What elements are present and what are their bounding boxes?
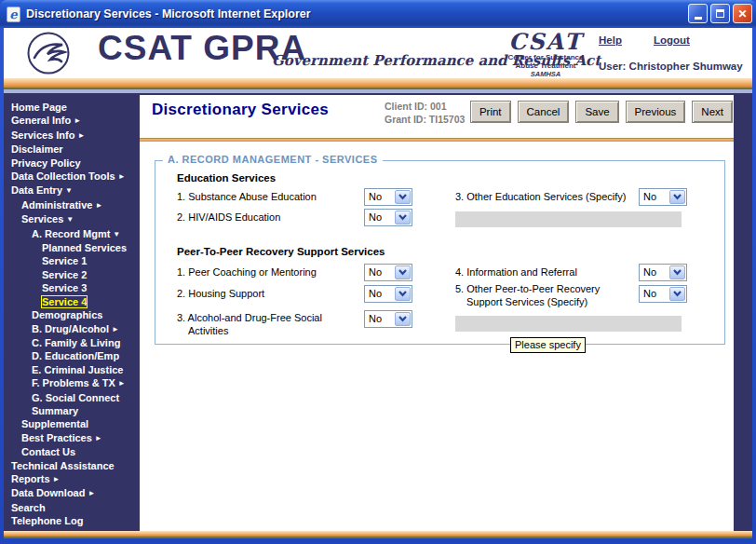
close-icon: ✕ bbox=[737, 8, 747, 20]
sidebar-item-demographics[interactable]: Demographics bbox=[4, 308, 140, 321]
sidebar-item-data-download[interactable]: Data Download► bbox=[4, 486, 140, 500]
dropdown-arrow-icon[interactable] bbox=[669, 265, 685, 279]
alcohol-drug-free-select[interactable]: No bbox=[364, 310, 412, 328]
titlebar: e Discretionary Services - Microsoft Int… bbox=[0, 0, 756, 28]
help-link[interactable]: Help bbox=[599, 34, 622, 46]
save-button[interactable]: Save bbox=[575, 101, 618, 123]
housing-support-select[interactable]: No bbox=[364, 285, 412, 303]
sidebar-item-label: Home Page bbox=[11, 102, 67, 113]
dropdown-arrow-icon[interactable] bbox=[395, 265, 411, 279]
select-value: No bbox=[369, 288, 382, 299]
sidebar-item-home-page[interactable]: Home Page bbox=[4, 101, 140, 114]
browser-viewport: CSAT GPRA Government Performance and Res… bbox=[4, 28, 752, 538]
cancel-button[interactable]: Cancel bbox=[518, 101, 570, 123]
logout-link[interactable]: Logout bbox=[654, 34, 690, 46]
client-id-label: Client ID: 001 bbox=[385, 100, 465, 113]
sidebar-item-label: Service 4 bbox=[42, 296, 87, 307]
sidebar-item-label: E. Criminal Justice bbox=[32, 364, 123, 375]
sidebar-item-telephone-log[interactable]: Telephone Log bbox=[4, 514, 140, 527]
sidebar-item-label: Demographics bbox=[32, 309, 102, 320]
sidebar-item-f-problems-tx[interactable]: F. Problems & TX► bbox=[4, 376, 140, 390]
other-education-specify-input bbox=[455, 211, 682, 227]
sidebar-item-e-criminal-justice[interactable]: E. Criminal Justice bbox=[4, 363, 140, 376]
expand-arrow-icon: ► bbox=[74, 116, 81, 125]
other-peer-recovery-select[interactable]: No bbox=[639, 285, 687, 303]
sidebar-item-technical-assistance[interactable]: Technical Assistance bbox=[4, 459, 140, 472]
record-management-fieldset: A. RECORD MANAGEMENT - SERVICES Educatio… bbox=[155, 160, 725, 345]
sidebar-item-label: Reports bbox=[11, 473, 50, 484]
dropdown-arrow-icon[interactable] bbox=[669, 190, 685, 204]
sidebar-item-privacy-policy[interactable]: Privacy Policy bbox=[4, 156, 140, 170]
collapse-arrow-icon: ▼ bbox=[113, 230, 120, 238]
next-button[interactable]: Next bbox=[692, 101, 733, 123]
sidebar-item-summary[interactable]: Summary bbox=[4, 404, 140, 417]
collapse-arrow-icon: ▼ bbox=[65, 186, 73, 195]
information-referral-select[interactable]: No bbox=[639, 264, 687, 281]
hiv-aids-education-select[interactable]: No bbox=[364, 209, 412, 226]
dropdown-arrow-icon[interactable] bbox=[669, 287, 685, 301]
dropdown-arrow-icon[interactable] bbox=[395, 190, 411, 204]
sidebar-item-general-info[interactable]: General Info► bbox=[4, 114, 140, 128]
sidebar-item-label: Privacy Policy bbox=[11, 157, 81, 169]
select-value: No bbox=[643, 288, 656, 299]
sidebar-item-search[interactable]: Search bbox=[4, 501, 140, 514]
sidebar-item-label: Services Info bbox=[11, 129, 74, 141]
other-peer-specify-input bbox=[455, 316, 682, 332]
expand-arrow-icon: ► bbox=[95, 434, 102, 442]
sidebar-item-label: A. Record Mgmt bbox=[32, 228, 110, 239]
sidebar-item-label: Telephone Log bbox=[11, 515, 83, 526]
dropdown-arrow-icon[interactable] bbox=[395, 312, 411, 326]
sidebar-item-contact-us[interactable]: Contact Us bbox=[4, 445, 140, 458]
sidebar-item-label: Disclaimer bbox=[11, 143, 63, 155]
substance-abuse-education-label: 1. Substance Abuse Education bbox=[177, 191, 317, 202]
sidebar-item-service-2[interactable]: Service 2 bbox=[4, 268, 140, 281]
sidebar-item-b-drug-alcohol[interactable]: B. Drug/Alcohol► bbox=[4, 322, 140, 336]
sidebar-item-supplemental[interactable]: Supplemental bbox=[4, 417, 140, 430]
previous-button[interactable]: Previous bbox=[626, 101, 686, 123]
toolbar: Print Cancel Save Previous Next bbox=[470, 101, 733, 123]
print-button[interactable]: Print bbox=[470, 101, 511, 123]
sidebar-item-disclaimer[interactable]: Disclaimer bbox=[4, 143, 140, 156]
sidebar-item-c-family-living[interactable]: C. Family & Living bbox=[4, 336, 140, 349]
sidebar-item-d-education-emp[interactable]: D. Education/Emp bbox=[4, 349, 140, 362]
sidebar-item-best-practices[interactable]: Best Practices► bbox=[4, 431, 140, 445]
sidebar-item-g-social-connect[interactable]: G. Social Connect bbox=[4, 391, 140, 404]
sidebar-item-data-entry[interactable]: Data Entry▼ bbox=[4, 184, 140, 197]
sidebar-item-label: B. Drug/Alcohol bbox=[32, 323, 109, 334]
sidebar-item-services-info[interactable]: Services Info► bbox=[4, 129, 140, 143]
close-button[interactable]: ✕ bbox=[733, 4, 752, 23]
select-value: No bbox=[643, 191, 656, 202]
csat-logo-title: CSAT bbox=[499, 31, 592, 53]
expand-arrow-icon: ► bbox=[112, 325, 119, 333]
hiv-aids-education-label: 2. HIV/AIDS Education bbox=[177, 211, 280, 223]
sidebar-item-administrative[interactable]: Administrative► bbox=[4, 198, 140, 212]
sidebar-item-label: Best Practices bbox=[21, 432, 92, 443]
sidebar-nav: Home PageGeneral Info►Services Info►Disc… bbox=[4, 95, 140, 531]
expand-arrow-icon: ► bbox=[118, 172, 126, 181]
sidebar-item-planned-services[interactable]: Planned Services bbox=[4, 241, 140, 254]
sidebar-item-service-4[interactable]: Service 4 bbox=[4, 295, 140, 308]
dropdown-arrow-icon[interactable] bbox=[395, 287, 411, 301]
sidebar-item-data-collection-tools[interactable]: Data Collection Tools► bbox=[4, 170, 140, 184]
maximize-button[interactable] bbox=[710, 4, 730, 23]
sidebar-item-label: Services bbox=[21, 213, 63, 224]
sidebar-item-a-record-mgmt[interactable]: A. Record Mgmt▼ bbox=[4, 227, 140, 241]
dropdown-arrow-icon[interactable] bbox=[395, 211, 411, 224]
sidebar-item-service-1[interactable]: Service 1 bbox=[4, 254, 140, 267]
please-specify-tooltip: Please specify bbox=[510, 337, 586, 353]
hhs-eagle-logo bbox=[26, 31, 71, 75]
right-navy-strip bbox=[734, 95, 752, 531]
substance-abuse-education-select[interactable]: No bbox=[364, 188, 412, 206]
peer-coaching-select[interactable]: No bbox=[364, 264, 412, 281]
minimize-button[interactable] bbox=[688, 4, 708, 23]
other-education-services-select[interactable]: No bbox=[639, 188, 687, 206]
sidebar-item-services[interactable]: Services▼ bbox=[4, 212, 140, 226]
minimize-icon bbox=[695, 17, 702, 20]
sidebar-item-service-3[interactable]: Service 3 bbox=[4, 281, 140, 294]
sidebar-item-label: Administrative bbox=[21, 199, 92, 211]
education-services-heading: Education Services bbox=[177, 172, 276, 184]
collapse-arrow-icon: ▼ bbox=[66, 215, 74, 224]
information-referral-label: 4. Information and Referral bbox=[455, 266, 577, 278]
sidebar-item-reports[interactable]: Reports► bbox=[4, 472, 140, 486]
record-ids: Client ID: 001 Grant ID: TI15703 bbox=[385, 100, 465, 126]
